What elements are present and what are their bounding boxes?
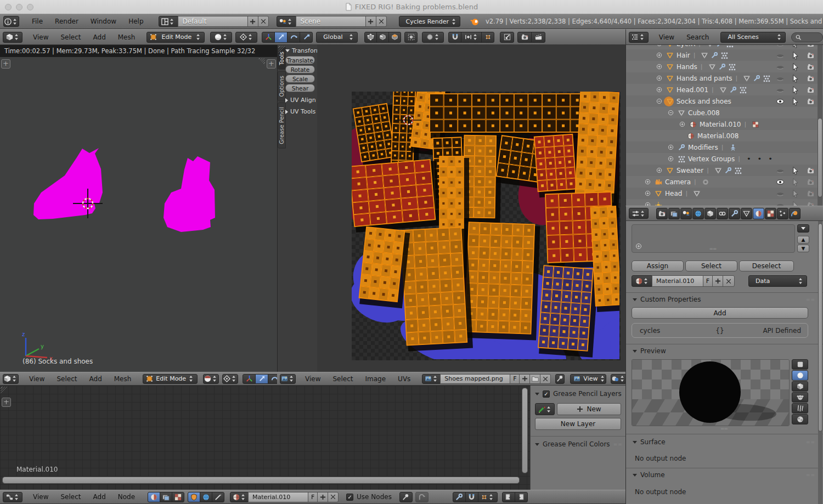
restrict-render-icon[interactable]	[807, 74, 815, 83]
image-browse-button[interactable]	[422, 374, 441, 384]
preview-panel-header[interactable]: Preview	[633, 347, 666, 355]
view3d-menu-select[interactable]: Select	[54, 33, 87, 41]
tab-physics[interactable]	[789, 208, 801, 219]
scale-button[interactable]: Scale	[285, 75, 315, 83]
uv-editor-type-button[interactable]	[280, 374, 296, 384]
go-to-parent-node-tree-button[interactable]	[415, 492, 429, 502]
properties-scrollbar[interactable]	[818, 221, 822, 504]
tab-object-data[interactable]	[741, 208, 752, 219]
opengl-render-still-button[interactable]	[517, 32, 532, 43]
restrict-select-icon[interactable]	[791, 63, 800, 71]
tab-modifiers[interactable]	[729, 208, 740, 219]
expand-toggle-icon[interactable]	[668, 144, 674, 150]
tab-scene[interactable]	[680, 208, 692, 219]
outliner-row-sweater[interactable]: Sweater|	[626, 165, 823, 176]
tab-render-layers[interactable]	[668, 208, 680, 219]
node-menu-add[interactable]: Add	[87, 493, 112, 501]
outliner-item-label[interactable]: Socks and shoes	[677, 98, 731, 105]
outliner-row-eye-r[interactable]: Eye.R|	[626, 45, 823, 49]
outliner-row-head-001[interactable]: Head.001|	[626, 84, 823, 95]
outliner-item-label[interactable]: Cube.008	[688, 109, 720, 117]
view3d-menu-mesh[interactable]: Mesh	[112, 33, 142, 41]
view3d-menu-view[interactable]: View	[23, 375, 50, 383]
material-name-field[interactable]: Material.010	[248, 492, 308, 502]
outliner-row-material-008[interactable]: Material.008	[626, 130, 823, 141]
outliner-item-label[interactable]: Hair	[677, 52, 690, 59]
outliner-row-head[interactable]: Head|	[626, 188, 823, 199]
add-scene-button[interactable]	[365, 16, 376, 27]
tab-constraints[interactable]	[717, 208, 728, 219]
view3d-editor-type-button[interactable]	[3, 374, 19, 384]
outliner-editor-type-button[interactable]	[629, 32, 649, 43]
expand-toggle-icon[interactable]	[656, 87, 662, 93]
restrict-select-icon[interactable]	[791, 74, 800, 83]
translate-button[interactable]: Translate	[285, 56, 315, 64]
screen-layout-browse-button[interactable]	[159, 16, 178, 27]
preview-world-button[interactable]	[792, 414, 808, 424]
outliner-row-hair[interactable]: Hair|	[626, 49, 823, 61]
linestyle-shader-button[interactable]	[212, 492, 224, 502]
new-material-button[interactable]	[712, 275, 723, 287]
face-select-mode-button[interactable]	[388, 32, 401, 43]
custom-property-edit-button[interactable]: API Defined	[763, 327, 801, 335]
outliner-row-camera[interactable]: Camera|	[626, 176, 823, 188]
gp-draw-mode-dropdown[interactable]	[535, 403, 555, 415]
view3d-viewport[interactable]: Time:00:02.57 | Mem:29.73M, Peak:33.75M …	[0, 45, 277, 372]
node-horizontal-scrollbar[interactable]	[2, 477, 520, 484]
restrict-select-icon[interactable]	[791, 86, 800, 94]
copy-nodes-button[interactable]	[502, 492, 515, 502]
scene-browse-button[interactable]	[277, 16, 296, 27]
fake-user-button[interactable]: F	[703, 275, 713, 287]
collapse-toggle-icon[interactable]	[656, 98, 662, 104]
material-slot-move-down-button[interactable]: ▼	[797, 245, 809, 252]
restrict-render-icon[interactable]	[807, 45, 815, 48]
object-shader-button[interactable]	[188, 492, 200, 502]
view3d-menu-select[interactable]: Select	[50, 375, 83, 383]
panel-resize-grip[interactable]: ══	[721, 426, 728, 432]
outliner-row-material-010[interactable]: Material.010|	[626, 118, 823, 130]
fake-user-button[interactable]: F	[308, 492, 318, 502]
add-screen-layout-button[interactable]	[247, 16, 258, 27]
view3d-menu-add[interactable]: Add	[83, 375, 108, 383]
uv-image-canvas[interactable]	[317, 45, 625, 372]
expand-toggle-icon[interactable]	[656, 75, 662, 81]
restrict-view-icon[interactable]	[776, 86, 785, 94]
view3d-menu-mesh[interactable]: Mesh	[108, 375, 138, 383]
node-toolshelf-expand-button[interactable]: +	[2, 398, 11, 407]
properties-editor-type-button[interactable]	[629, 208, 649, 219]
deselect-button[interactable]: Deselect	[739, 261, 794, 271]
outliner-scrollbar[interactable]	[818, 45, 822, 206]
outliner-item-label[interactable]: Hands and pants	[677, 75, 732, 82]
surface-panel-header[interactable]: Surface	[633, 438, 666, 446]
outliner-item-label[interactable]: Eye.R	[677, 45, 695, 48]
image-pin-button[interactable]	[555, 374, 565, 384]
tab-render[interactable]	[656, 208, 668, 219]
outliner-item-label[interactable]: Camera	[665, 178, 691, 186]
expand-toggle-icon[interactable]	[679, 121, 685, 127]
node-editor-canvas[interactable]	[0, 386, 530, 490]
material-browse-button[interactable]	[632, 275, 652, 287]
outliner-row-hands-and-pants[interactable]: Hands and pants|	[626, 72, 823, 84]
limit-selection-visible-button[interactable]	[404, 32, 418, 43]
tab-options[interactable]: Options	[278, 71, 286, 101]
outliner-item-label[interactable]: Material.008	[697, 132, 739, 140]
world-shader-button[interactable]	[200, 492, 212, 502]
restrict-render-icon[interactable]	[807, 51, 815, 60]
paste-nodes-button[interactable]	[515, 492, 528, 502]
pivot-point-dropdown[interactable]	[222, 374, 238, 384]
viewport-shading-dropdown[interactable]	[210, 32, 232, 43]
new-image-button[interactable]	[519, 374, 530, 384]
material-name-field[interactable]: Material.010	[652, 275, 703, 287]
restrict-view-icon[interactable]	[776, 166, 785, 175]
viewport-shading-dropdown[interactable]	[203, 374, 219, 384]
rotate-manipulator-button[interactable]	[268, 374, 277, 384]
interaction-mode-dropdown[interactable]: Edit Mode	[143, 374, 198, 384]
view3d-menu-add[interactable]: Add	[87, 33, 112, 41]
restrict-select-icon[interactable]	[791, 97, 800, 106]
volume-panel-header[interactable]: Volume	[633, 471, 665, 479]
material-link-dropdown[interactable]: Data	[748, 275, 807, 287]
expand-toggle-icon[interactable]	[668, 156, 674, 162]
node-editor-type-button[interactable]	[3, 492, 22, 502]
pivot-point-dropdown[interactable]	[235, 32, 257, 43]
uv-tools-panel-header[interactable]: UV Tools	[285, 108, 317, 115]
